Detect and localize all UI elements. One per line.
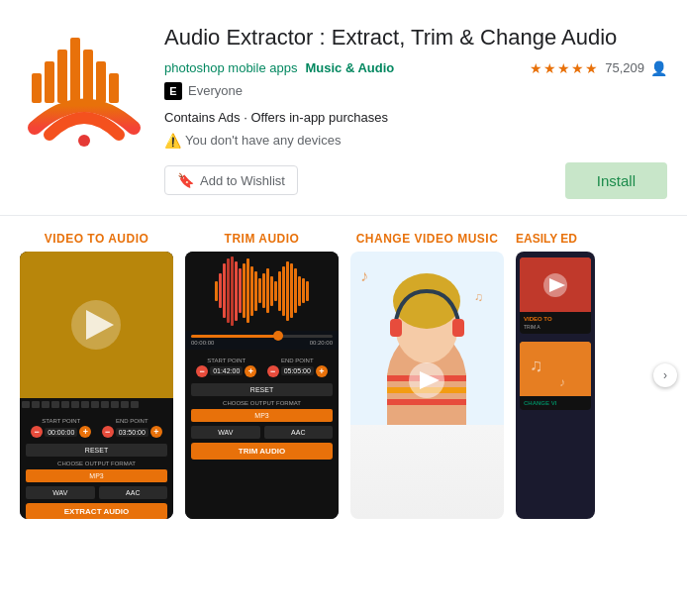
ads-row: Contains Ads · Offers in-app purchases bbox=[164, 110, 667, 125]
ss2-start-minus[interactable]: − bbox=[196, 365, 208, 377]
app-header: Audio Extractor : Extract, Trim & Change… bbox=[0, 0, 687, 215]
bookmark-icon: 🔖 bbox=[177, 172, 194, 188]
svg-rect-6 bbox=[96, 61, 106, 103]
ss2-end-plus[interactable]: + bbox=[316, 365, 328, 377]
ss3-person-area: ♪ ♫ bbox=[350, 252, 504, 519]
ss1-filmstrip bbox=[20, 398, 173, 410]
ss4-sublabel-trim: TRIM A bbox=[524, 324, 587, 330]
ss1-photo-area bbox=[20, 252, 173, 399]
ss2-start-val: 01:42:00 bbox=[210, 366, 243, 375]
app-icon bbox=[20, 24, 148, 153]
waveform bbox=[185, 252, 339, 331]
screenshots-scroll: VIDEO TO AUDIO bbox=[0, 232, 687, 519]
wishlist-label: Add to Wishlist bbox=[200, 173, 285, 188]
trim-btn[interactable]: TRIM AUDIO bbox=[191, 443, 333, 460]
ss2-start-label: START POINT bbox=[207, 358, 245, 363]
rating-row: ★★★★★ 75,209 👤 bbox=[530, 60, 667, 76]
ss2-controls: START POINT − 01:42:00 + END POINT bbox=[185, 350, 339, 519]
ss2-end-val: 05:05:00 bbox=[281, 366, 314, 375]
screenshot-card-3: CHANGE VIDEO MUSIC ♪ ♫ bbox=[350, 232, 504, 519]
screenshot-img-2: 00:00:00 00:20:00 START POINT − bbox=[185, 252, 339, 519]
output-format-label-2: CHOOSE OUTPUT FORMAT bbox=[191, 400, 333, 406]
app-info: Audio Extractor : Extract, Trim & Change… bbox=[164, 24, 667, 199]
ss4-label-2: CHANGE VI bbox=[524, 400, 587, 406]
svg-rect-4 bbox=[70, 38, 80, 103]
ss2-start-plus[interactable]: + bbox=[245, 365, 256, 377]
stars: ★★★★★ bbox=[530, 60, 599, 76]
wav-btn-1[interactable]: WAV bbox=[26, 486, 95, 499]
end-minus[interactable]: − bbox=[102, 426, 114, 438]
screenshot-label-2: TRIM AUDIO bbox=[225, 232, 300, 246]
rated-row: E Everyone bbox=[164, 82, 667, 100]
ss4-card1-info: VIDEO TO TRIM A bbox=[520, 312, 591, 334]
end-plus[interactable]: + bbox=[150, 426, 162, 438]
screenshot-img-3: ♪ ♫ bbox=[350, 252, 504, 519]
ss4-label-1: VIDEO TO bbox=[524, 316, 587, 322]
svg-rect-5 bbox=[83, 50, 93, 103]
screenshots-wrapper: VIDEO TO AUDIO bbox=[0, 232, 687, 519]
ss1-controls: START POINT − 00:00:00 + END POINT bbox=[20, 410, 173, 519]
svg-point-13 bbox=[114, 301, 153, 364]
screenshot-img-4: VIDEO TO TRIM A ♫ ♪ bbox=[516, 252, 595, 519]
svg-point-14 bbox=[78, 307, 114, 343]
svg-rect-10 bbox=[20, 285, 173, 364]
svg-text:♪: ♪ bbox=[360, 267, 368, 284]
svg-rect-2 bbox=[45, 61, 54, 103]
screenshot-card-4: EASILY ED VIDEO TO TR bbox=[516, 232, 595, 519]
start-label: START POINT bbox=[42, 418, 80, 424]
reset-btn-1[interactable]: RESET bbox=[26, 444, 167, 457]
svg-point-11 bbox=[32, 305, 67, 364]
mp3-btn-1[interactable]: MP3 bbox=[26, 469, 167, 482]
chevron-right-icon: › bbox=[663, 368, 667, 382]
esrb-badge: E bbox=[164, 82, 182, 100]
mp3-btn-2[interactable]: MP3 bbox=[191, 409, 333, 422]
svg-rect-7 bbox=[109, 73, 119, 103]
screenshot-img-1: START POINT − 00:00:00 + END POINT bbox=[20, 252, 173, 519]
svg-text:♫: ♫ bbox=[474, 290, 483, 304]
wishlist-button[interactable]: 🔖 Add to Wishlist bbox=[164, 165, 298, 195]
start-minus[interactable]: − bbox=[31, 426, 43, 438]
end-val: 03:50:00 bbox=[116, 428, 148, 437]
ss1-photo bbox=[20, 252, 173, 399]
ss4-card1-thumb bbox=[520, 257, 591, 312]
start-val: 00:00:00 bbox=[45, 428, 77, 437]
bottom-actions: 🔖 Add to Wishlist Install bbox=[164, 162, 667, 199]
wav-btn-2[interactable]: WAV bbox=[191, 426, 260, 439]
screenshot-label-1: VIDEO TO AUDIO bbox=[45, 232, 149, 246]
app-category: Music & Audio bbox=[305, 60, 394, 75]
screenshot-label-4: EASILY ED bbox=[516, 232, 595, 246]
svg-marker-15 bbox=[89, 315, 109, 335]
user-icon: 👤 bbox=[650, 60, 667, 76]
rating-count: 75,209 bbox=[605, 60, 644, 75]
svg-rect-3 bbox=[57, 50, 67, 103]
screenshots-section: VIDEO TO AUDIO bbox=[0, 216, 687, 519]
ss2-bg: 00:00:00 00:20:00 START POINT − bbox=[185, 252, 339, 519]
aac-btn-2[interactable]: AAC bbox=[264, 426, 334, 439]
svg-rect-27 bbox=[452, 319, 464, 337]
ss4-card-2: ♫ ♪ CHANGE VI bbox=[520, 342, 591, 410]
scroll-right-button[interactable]: › bbox=[653, 363, 677, 387]
svg-rect-9 bbox=[20, 285, 173, 364]
output-format-label-1: CHOOSE OUTPUT FORMAT bbox=[26, 461, 167, 466]
ss4-card2-thumb: ♫ ♪ bbox=[520, 342, 591, 396]
svg-rect-23 bbox=[387, 399, 466, 405]
aac-btn-1[interactable]: AAC bbox=[99, 486, 168, 499]
svg-text:♫: ♫ bbox=[530, 356, 543, 375]
app-meta-row: photoshop mobile apps Music & Audio ★★★★… bbox=[164, 60, 667, 76]
svg-rect-1 bbox=[32, 73, 42, 103]
ss4-card-1: VIDEO TO TRIM A bbox=[520, 257, 591, 334]
install-button[interactable]: Install bbox=[565, 162, 667, 199]
ss2-end-label: END POINT bbox=[281, 358, 314, 363]
ss2-end-minus[interactable]: − bbox=[267, 365, 279, 377]
end-label: END POINT bbox=[116, 418, 148, 424]
extract-btn[interactable]: EXTRACT AUDIO bbox=[26, 503, 167, 519]
warning-text: You don't have any devices bbox=[185, 133, 341, 148]
svg-point-8 bbox=[78, 135, 90, 147]
rated-label: Everyone bbox=[188, 83, 243, 98]
reset-btn-2[interactable]: RESET bbox=[191, 383, 333, 396]
screenshot-label-3: CHANGE VIDEO MUSIC bbox=[356, 232, 499, 246]
start-plus[interactable]: + bbox=[79, 426, 91, 438]
svg-point-12 bbox=[67, 295, 111, 364]
developer-name: photoshop mobile apps bbox=[164, 60, 297, 75]
warning-row: ⚠️ You don't have any devices bbox=[164, 133, 667, 149]
